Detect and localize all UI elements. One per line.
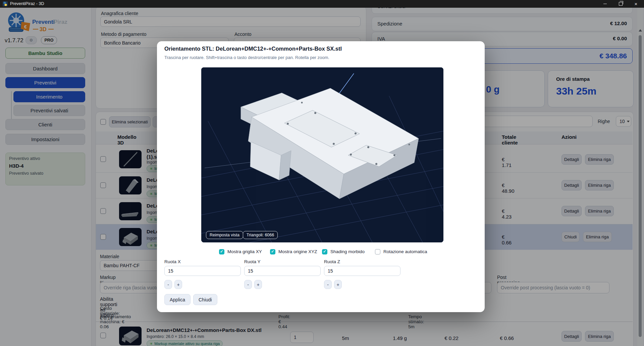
ruota-y-label: Ruota Y xyxy=(244,259,261,264)
restore-icon xyxy=(619,2,623,6)
sidebar-item-clienti[interactable]: Clienti xyxy=(5,119,85,130)
show-grid-checkbox[interactable] xyxy=(219,249,224,254)
reset-view-button[interactable]: Reimposta vista xyxy=(206,231,243,239)
delete-selected-button[interactable]: Elimina selezionati xyxy=(109,116,151,127)
smooth-shading-checkbox[interactable] xyxy=(322,249,327,254)
svg-text:3D: 3D xyxy=(40,26,46,32)
quantity-input[interactable] xyxy=(290,332,314,343)
active-quote-status: Preventivo salvato xyxy=(9,171,43,176)
print-hours-value: 33h 25m xyxy=(556,85,596,97)
dettagli-button[interactable]: Dettagli xyxy=(561,206,582,216)
puzzle-icon: ✳ xyxy=(150,243,153,248)
ruota-z-input[interactable] xyxy=(324,266,400,276)
rows-per-page-value: 10 xyxy=(620,119,625,124)
ruota-x-minus-button[interactable]: - xyxy=(164,280,172,289)
window-title: PreventiPiraz - 3D xyxy=(10,1,44,6)
total-row-spedizione: Spedizione € 12.00 xyxy=(372,17,633,31)
model-thumbnail xyxy=(119,150,142,168)
gear-icon: ⚙ xyxy=(30,38,33,43)
puzzle-icon: ✳ xyxy=(150,192,153,196)
modal-title: Orientamento STL: DeLorean+DMC12+-+Commo… xyxy=(164,46,342,52)
puzzle-icon: ✳ xyxy=(150,342,153,346)
restore-button[interactable] xyxy=(613,0,628,8)
row-checkbox[interactable] xyxy=(100,156,106,162)
spedizione-value: € 12.00 xyxy=(610,20,627,26)
scrollbar[interactable] xyxy=(637,8,643,346)
ruota-z-plus-button[interactable]: + xyxy=(334,280,342,289)
smooth-shading-label: Shading morbido xyxy=(330,249,365,254)
sidebar-item-inserimento[interactable]: Inserimento xyxy=(13,91,85,102)
row-total: € 1.71 xyxy=(502,157,512,168)
sidebar-item-dashboard[interactable]: Dashboard xyxy=(5,63,85,74)
ruota-y-input[interactable] xyxy=(244,266,321,276)
row-total: € 0.66 xyxy=(493,335,520,341)
stl-scene xyxy=(201,67,443,242)
elimina-riga-button[interactable]: Elimina riga xyxy=(583,232,612,242)
chiudi-button[interactable]: Chiudi xyxy=(193,294,217,305)
materiale-label: Materiale xyxy=(100,254,119,259)
section-divider xyxy=(96,322,633,322)
ruota-y-minus-button[interactable]: - xyxy=(244,280,252,289)
dettagli-button[interactable]: Dettagli xyxy=(561,331,582,342)
row-cost: € 0.22 xyxy=(438,335,465,341)
rows-per-page-select[interactable]: 10 xyxy=(616,116,631,127)
elimina-riga-button[interactable]: Elimina riga xyxy=(585,180,614,190)
sidebar-item-preventivi[interactable]: Preventivi xyxy=(5,77,85,88)
puzzle-icon: ✳ xyxy=(150,167,153,171)
elimina-riga-button[interactable]: Elimina riga xyxy=(585,331,614,342)
ruota-x-label: Ruota X xyxy=(164,259,181,264)
auto-rotate-checkbox[interactable] xyxy=(375,249,380,254)
elimina-riga-button[interactable]: Elimina riga xyxy=(585,206,614,216)
gear-button[interactable]: ⚙ xyxy=(25,36,37,44)
row-total: € 48.90 xyxy=(502,182,515,194)
ruota-z-minus-button[interactable]: - xyxy=(324,280,332,289)
iva-label: IVA xyxy=(377,36,385,42)
show-grid-label: Mostra griglia XY xyxy=(227,249,262,254)
metodo-label: Metodo di pagamento xyxy=(101,32,146,37)
print-hours-card: Ore di stampa 33h 25m xyxy=(548,70,634,107)
scrollbar-thumb[interactable] xyxy=(639,35,642,337)
rows-per-page-label: Righe xyxy=(598,119,610,124)
row-total: € 0.66 xyxy=(502,234,512,245)
minimize-button[interactable] xyxy=(597,0,613,8)
anagrafica-input[interactable] xyxy=(100,16,361,27)
active-quote-panel: Preventivo attivo H3D-4 Preventivo salva… xyxy=(5,153,85,185)
modal-subtitle: Trascina per ruotare. Shift+trascina o t… xyxy=(164,55,329,60)
puzzle-icon: ✳ xyxy=(150,218,153,222)
row-total: € 4.23 xyxy=(502,208,512,220)
close-button[interactable]: × xyxy=(628,0,644,8)
row-checkbox[interactable] xyxy=(100,234,106,240)
ruota-x-plus-button[interactable]: + xyxy=(174,280,182,289)
dettagli-button[interactable]: Dettagli xyxy=(561,154,582,165)
dettagli-button[interactable]: Dettagli xyxy=(561,180,582,190)
iva-value: € 0.00 xyxy=(613,36,627,41)
acconto-label: Acconto xyxy=(234,32,252,37)
sidebar-item-impostazioni[interactable]: Impostazioni xyxy=(5,134,85,145)
python-app-icon xyxy=(3,1,8,6)
sidebar-item-preventivi-salvati[interactable]: Preventivi salvati xyxy=(13,105,85,116)
app-window: € Preventi Piraz 3D v1.7.72 ⚙ PRO Bambu … xyxy=(0,0,644,346)
spedizione-label: Spedizione xyxy=(377,21,402,26)
scroll-up-icon[interactable] xyxy=(639,29,642,32)
bambu-studio-button[interactable]: Bambu Studio xyxy=(5,48,85,59)
grams-value: 0 g xyxy=(486,84,499,95)
applica-button[interactable]: Applica xyxy=(164,294,191,305)
row-checkbox[interactable] xyxy=(100,208,106,214)
stl-viewer-canvas[interactable]: Reimposta vista Triangoli: 6066 xyxy=(201,67,443,242)
ruota-x-input[interactable] xyxy=(164,266,241,276)
app-logo: € Preventi Piraz 3D xyxy=(5,10,72,38)
chiudi-row-button[interactable]: Chiudi xyxy=(561,232,580,242)
active-quote-name: H3D-4 xyxy=(9,163,23,169)
post-processing-input[interactable] xyxy=(497,282,609,293)
print-hours-label: Ore di stampa xyxy=(556,76,590,82)
pro-badge: PRO xyxy=(41,36,57,44)
select-all-checkbox[interactable] xyxy=(100,119,106,125)
elimina-riga-button[interactable]: Elimina riga xyxy=(585,154,614,165)
close-icon: × xyxy=(635,1,638,7)
row-checkbox[interactable] xyxy=(100,333,106,338)
ruota-y-plus-button[interactable]: + xyxy=(254,280,262,289)
row-checkbox[interactable] xyxy=(100,182,106,188)
show-origin-checkbox[interactable] xyxy=(270,249,275,254)
title-bar: PreventiPiraz - 3D × xyxy=(0,0,644,8)
model-thumbnail xyxy=(119,228,142,246)
